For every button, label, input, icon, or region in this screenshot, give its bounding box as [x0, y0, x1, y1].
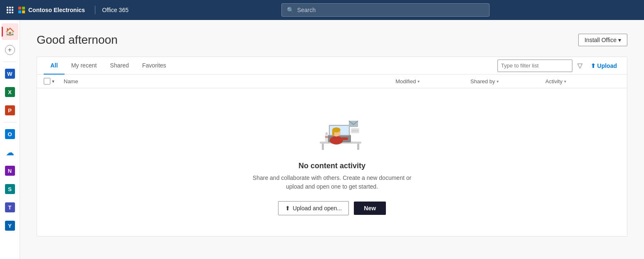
column-header-activity[interactable]: Activity ▾ — [545, 78, 620, 85]
sidebar-item-yammer[interactable]: Y — [2, 217, 18, 234]
svg-rect-19 — [325, 136, 328, 138]
empty-subtitle: Share and collaborate with others. Creat… — [249, 174, 415, 191]
column-shared-by-label: Shared by — [470, 78, 495, 85]
filter-icon: ▽ — [577, 62, 582, 70]
activity-sort-icon: ▾ — [564, 79, 566, 84]
column-header-name[interactable]: Name — [64, 78, 395, 85]
sidebar-item-word[interactable]: W — [2, 65, 18, 82]
outlook-icon: O — [5, 129, 15, 139]
powerpoint-icon: P — [5, 105, 15, 115]
svg-rect-18 — [326, 132, 328, 134]
svg-point-14 — [352, 130, 353, 132]
upload-open-button[interactable]: ⬆ Upload and open... — [278, 201, 349, 215]
sidebar-item-excel[interactable]: X — [2, 84, 18, 100]
table-header: ▾ Name Modified ▾ Shared by ▾ Activity ▾ — [37, 75, 627, 88]
sidebar-item-add[interactable]: + — [2, 42, 18, 58]
shared-by-sort-icon: ▾ — [497, 79, 499, 84]
company-logo[interactable]: Contoso Electronics — [18, 7, 85, 13]
file-tabs-actions: ▽ ⬆ Upload — [497, 60, 620, 72]
tab-shared[interactable]: Shared — [103, 57, 135, 75]
sidebar: 🏠 + W X P O ☁ N S T Y — [0, 20, 20, 259]
sidebar-item-outlook[interactable]: O — [2, 126, 18, 142]
sidebar-item-onedrive[interactable]: ☁ — [2, 144, 18, 161]
svg-rect-10 — [340, 137, 348, 140]
main-header: Good afternoon Install Office ▾ — [37, 33, 627, 47]
column-header-shared-by[interactable]: Shared by ▾ — [470, 78, 545, 85]
top-navigation: Contoso Electronics Office 365 🔍 — [0, 0, 644, 20]
empty-illustration — [295, 105, 370, 155]
search-bar[interactable]: 🔍 — [281, 3, 490, 17]
new-document-button[interactable]: New — [354, 202, 386, 215]
search-icon: 🔍 — [287, 7, 294, 13]
empty-state: No content activity Share and collaborat… — [37, 88, 627, 236]
header-checkbox-cell: ▾ — [44, 78, 64, 85]
file-tabs-bar: All My recent Shared Favorites ▽ ⬆ Uploa… — [37, 57, 627, 75]
column-activity-label: Activity — [545, 78, 562, 85]
add-icon: + — [5, 45, 15, 55]
filter-icon-button[interactable]: ▽ — [576, 60, 584, 71]
column-header-modified[interactable]: Modified ▾ — [395, 78, 470, 85]
chevron-down-icon: ▾ — [618, 37, 621, 43]
upload-open-label: Upload and open... — [293, 205, 342, 212]
active-indicator — [2, 27, 3, 37]
install-office-label: Install Office — [584, 37, 617, 43]
sharepoint-icon: S — [5, 184, 15, 194]
sidebar-item-onenote[interactable]: N — [2, 162, 18, 179]
sidebar-item-home[interactable]: 🏠 — [2, 23, 18, 40]
filter-input[interactable] — [497, 60, 572, 72]
svg-point-16 — [356, 130, 358, 132]
column-name-label: Name — [64, 78, 78, 85]
search-input[interactable] — [297, 7, 484, 13]
select-all-checkbox[interactable] — [44, 78, 50, 85]
svg-rect-9 — [332, 130, 334, 136]
onenote-icon: N — [5, 166, 15, 176]
empty-state-actions: ⬆ Upload and open... New — [278, 201, 386, 215]
file-tabs-list: All My recent Shared Favorites — [44, 57, 173, 74]
modified-sort-icon: ▾ — [418, 79, 420, 84]
sidebar-divider-2 — [3, 122, 17, 122]
upload-arrow-icon: ⬆ — [591, 62, 596, 69]
svg-rect-2 — [357, 144, 359, 150]
company-name: Contoso Electronics — [28, 7, 85, 13]
sidebar-item-powerpoint[interactable]: P — [2, 102, 18, 119]
teams-icon: T — [5, 202, 15, 212]
column-modified-label: Modified — [395, 78, 416, 85]
sidebar-divider-1 — [3, 62, 17, 62]
new-button-label: New — [364, 205, 376, 212]
tab-favorites[interactable]: Favorites — [136, 57, 173, 75]
tab-all[interactable]: All — [44, 57, 65, 75]
home-icon: 🏠 — [5, 27, 15, 37]
upload-button-label: Upload — [597, 62, 617, 69]
empty-title: No content activity — [298, 162, 366, 170]
tab-my-recent[interactable]: My recent — [65, 57, 103, 75]
sidebar-item-sharepoint[interactable]: S — [2, 181, 18, 197]
install-office-button[interactable]: Install Office ▾ — [578, 34, 627, 46]
svg-point-15 — [354, 130, 356, 132]
word-icon: W — [5, 69, 15, 79]
sidebar-item-teams[interactable]: T — [2, 199, 18, 216]
greeting-text: Good afternoon — [37, 33, 118, 47]
yammer-icon: Y — [5, 221, 15, 231]
upload-button[interactable]: ⬆ Upload — [587, 61, 620, 71]
main-content: Good afternoon Install Office ▾ All My r… — [20, 20, 644, 259]
onedrive-icon: ☁ — [6, 147, 14, 157]
svg-rect-1 — [322, 144, 324, 150]
nav-divider — [95, 6, 95, 14]
header-chevron-icon[interactable]: ▾ — [52, 79, 55, 84]
waffle-menu-button[interactable] — [5, 5, 15, 15]
app-name: Office 365 — [102, 7, 129, 13]
upload-open-icon: ⬆ — [285, 205, 290, 212]
excel-icon: X — [5, 87, 15, 97]
file-area: All My recent Shared Favorites ▽ ⬆ Uploa… — [37, 57, 627, 237]
